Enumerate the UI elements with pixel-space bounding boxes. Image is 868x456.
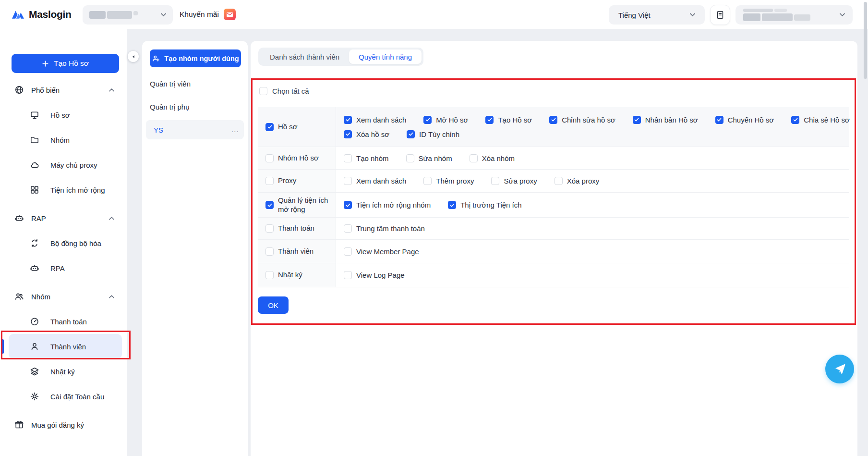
- docs-button[interactable]: [710, 5, 730, 25]
- row-header-cell[interactable]: Thành viên: [258, 240, 336, 263]
- checkbox[interactable]: [448, 201, 456, 209]
- sidebar-item-rpa[interactable]: RPA: [0, 256, 127, 281]
- checkbox[interactable]: [344, 224, 352, 233]
- account-dropdown[interactable]: [735, 5, 853, 25]
- team-selector-dropdown[interactable]: [83, 5, 173, 25]
- checkbox[interactable]: [555, 177, 563, 185]
- tab-quyen-tinh-nang[interactable]: Quyền tính năng: [349, 49, 422, 64]
- gear-icon: [30, 392, 39, 401]
- group-item-quan-tri-vien[interactable]: Quản trị viên: [142, 72, 248, 95]
- permission-item[interactable]: View Member Page: [344, 247, 419, 256]
- checkbox[interactable]: [344, 116, 352, 124]
- checkbox[interactable]: [549, 116, 557, 124]
- permission-item[interactable]: Sửa proxy: [491, 177, 537, 185]
- permission-item[interactable]: Tạo Hồ sơ: [485, 116, 532, 124]
- checkbox[interactable]: [423, 177, 432, 185]
- permission-item[interactable]: Tạo nhóm: [344, 154, 389, 162]
- permission-item[interactable]: Xóa nhóm: [470, 154, 515, 162]
- checkbox[interactable]: [423, 116, 432, 124]
- checkbox[interactable]: [265, 201, 274, 209]
- promo-link[interactable]: Khuyến mãi: [180, 0, 236, 29]
- permission-item[interactable]: Xem danh sách: [344, 116, 406, 124]
- checkbox[interactable]: [344, 271, 352, 279]
- brand-name: Maslogin: [29, 9, 72, 20]
- select-all-row[interactable]: Chọn tất cả: [259, 87, 309, 95]
- checkbox[interactable]: [344, 201, 352, 209]
- user-groups-panel: Tạo nhóm người dùng Quản trị viên Quản t…: [142, 41, 248, 456]
- sidebar-item-may-chu-proxy[interactable]: Máy chủ proxy: [0, 152, 127, 177]
- permission-item[interactable]: Chia sẻ Hồ sơ: [791, 116, 850, 124]
- row-header-cell[interactable]: Nhật ký: [258, 263, 336, 287]
- sidebar-section-pho-bien[interactable]: Phổ biến: [0, 77, 127, 102]
- telegram-button[interactable]: [825, 355, 854, 383]
- row-header-cell[interactable]: Quản lý tiện ích mở rộng: [258, 193, 336, 217]
- checkbox[interactable]: [491, 177, 499, 185]
- checkbox[interactable]: [265, 271, 274, 279]
- permission-item[interactable]: Mở Hồ sơ: [423, 116, 468, 124]
- permission-item[interactable]: Sửa nhóm: [406, 154, 452, 162]
- permission-item[interactable]: Xóa hồ sơ: [344, 130, 389, 138]
- sidebar-item-nhat-ky[interactable]: Nhật ký: [0, 359, 127, 384]
- member-permissions-panel: Danh sách thành viên Quyền tính năng Chọ…: [251, 41, 857, 456]
- checkbox[interactable]: [344, 247, 352, 256]
- sidebar-item-thanh-vien[interactable]: Thành viên: [9, 334, 122, 359]
- checkbox[interactable]: [265, 224, 274, 233]
- sidebar-section-nhom[interactable]: Nhóm: [0, 284, 127, 309]
- row-header-cell[interactable]: Proxy: [258, 170, 336, 192]
- row-header-cell[interactable]: Thanh toán: [258, 218, 336, 239]
- checkbox[interactable]: [406, 154, 414, 162]
- permission-item[interactable]: Trung tâm thanh toán: [344, 224, 425, 233]
- collapse-panel-button[interactable]: [128, 51, 139, 62]
- group-item-ys[interactable]: YS ...: [146, 120, 244, 139]
- permission-item[interactable]: Nhân bản Hồ sơ: [633, 116, 698, 124]
- sidebar-item-ho-so[interactable]: Hồ sơ: [0, 102, 127, 127]
- more-options-icon[interactable]: ...: [231, 127, 239, 132]
- sidebar-section-rap[interactable]: RAP: [0, 206, 127, 231]
- checkbox[interactable]: [485, 116, 494, 124]
- row-header-cell[interactable]: Hồ sơ: [258, 107, 336, 147]
- permission-item[interactable]: Chuyển Hồ sơ: [715, 116, 774, 124]
- checkbox[interactable]: [715, 116, 723, 124]
- checkbox[interactable]: [344, 130, 352, 138]
- sidebar-item-mua-goi-dang-ky[interactable]: Mua gói đăng ký: [0, 412, 127, 437]
- create-profile-button[interactable]: Tạo Hồ sơ: [12, 54, 119, 73]
- sidebar-item-nhom[interactable]: Nhóm: [0, 127, 127, 152]
- permission-item[interactable]: View Log Page: [344, 271, 405, 279]
- permission-item[interactable]: ID Tùy chỉnh: [407, 130, 459, 138]
- sidebar-item-tien-ich-mo-rong[interactable]: Tiện ích mở rộng: [0, 177, 127, 202]
- checkbox[interactable]: [259, 87, 267, 95]
- permission-item[interactable]: Thị trường Tiện ích: [448, 201, 521, 209]
- permission-item[interactable]: Tiện ích mở rộng nhóm: [344, 201, 431, 209]
- permission-item[interactable]: Thêm proxy: [423, 177, 474, 185]
- checkbox[interactable]: [344, 154, 352, 162]
- checkbox[interactable]: [791, 116, 799, 124]
- group-item-quan-tri-phu[interactable]: Quản trị phụ: [142, 95, 248, 118]
- app-window: Maslogin Khuyến mãi Tiếng Việt: [0, 0, 868, 456]
- checkbox[interactable]: [344, 177, 352, 185]
- globe-icon: [14, 85, 24, 95]
- checkbox[interactable]: [407, 130, 415, 138]
- tab-bar: Danh sách thành viên Quyền tính năng: [258, 48, 423, 66]
- checkbox[interactable]: [470, 154, 478, 162]
- permission-item[interactable]: Xem danh sách: [344, 177, 406, 185]
- checkbox[interactable]: [265, 177, 274, 185]
- tab-danh-sach-thanh-vien[interactable]: Danh sách thành viên: [260, 49, 349, 64]
- sidebar-item-bo-dong-bo-hoa[interactable]: Bộ đồng bộ hóa: [0, 231, 127, 256]
- sidebar-item-thanh-toan[interactable]: Thanh toán: [0, 309, 127, 334]
- checkbox[interactable]: [633, 116, 641, 124]
- checkbox[interactable]: [265, 247, 274, 256]
- masked-account-info: [743, 9, 810, 21]
- language-selector-dropdown[interactable]: Tiếng Việt: [609, 5, 705, 25]
- cloud-icon: [30, 160, 39, 170]
- sidebar-item-cai-dat-toan-cau[interactable]: Cài đặt Toàn cầu: [0, 384, 127, 409]
- row-header-cell[interactable]: Nhóm Hồ sơ: [258, 147, 336, 169]
- checkbox[interactable]: [265, 123, 274, 131]
- create-user-group-button[interactable]: Tạo nhóm người dùng: [150, 49, 241, 67]
- checkbox[interactable]: [265, 154, 274, 162]
- brand-logo[interactable]: Maslogin: [12, 0, 72, 29]
- ok-button[interactable]: OK: [258, 296, 289, 314]
- permission-item[interactable]: Chỉnh sửa hồ sơ: [549, 116, 615, 124]
- page-scrollbar[interactable]: [864, 2, 867, 79]
- table-row-quan-ly-tien-ich: Quản lý tiện ích mở rộng Tiện ích mở rộn…: [258, 192, 849, 217]
- permission-item[interactable]: Xóa proxy: [555, 177, 600, 185]
